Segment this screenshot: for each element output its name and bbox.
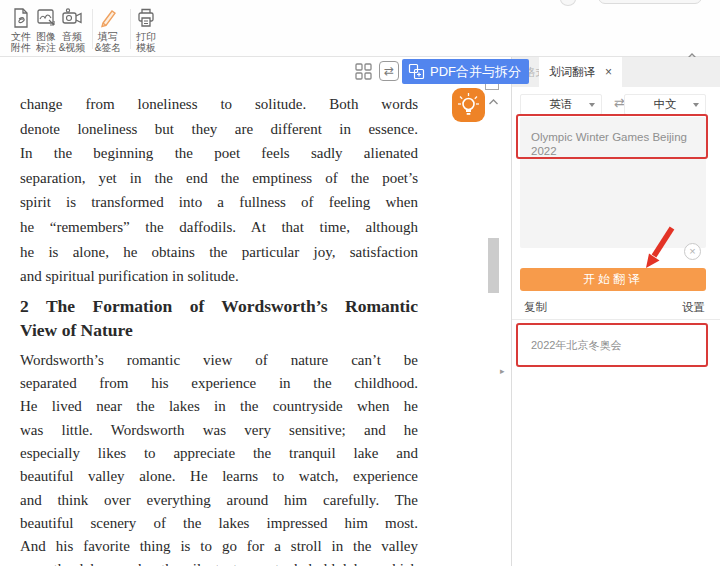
document-text-line: And his favorite thing is to go for a st… <box>20 535 418 558</box>
print-template-icon <box>134 7 158 29</box>
toolbar-item-label: 音频&视频 <box>53 31 91 53</box>
start-translate-button[interactable]: 开始翻译 <box>520 268 706 291</box>
document-text-line: separation, yet in the end the emptiness… <box>20 166 418 191</box>
document-text-line: he is alone, he obtains the particular j… <box>20 240 418 265</box>
language-selector-row: 英语 ⇄ 中文 <box>520 94 706 115</box>
ribbon-collapse-chevron-icon[interactable] <box>685 47 699 56</box>
toolbar-item-print-template[interactable]: 打印模板 <box>127 7 165 53</box>
lightbulb-icon <box>452 88 485 122</box>
tab-close-icon[interactable]: × <box>605 65 612 79</box>
translation-panel: 格式 划词翻译× 英语 ⇄ 中文 Olympic Winter Games Be… <box>511 57 720 566</box>
pdf-page-content: change from loneliness to solitude. Both… <box>20 92 418 566</box>
document-text-line: spirit is transformed into a fullness of… <box>20 190 418 215</box>
target-language-select[interactable]: 中文 <box>624 94 706 115</box>
settings-button[interactable]: 设置 <box>682 300 705 315</box>
document-text-line: separated from his experience in the chi… <box>20 372 418 395</box>
cutoff-control-fragment <box>598 0 702 4</box>
copy-button[interactable]: 复制 <box>524 300 547 315</box>
source-language-select[interactable]: 英语 <box>520 94 602 115</box>
result-divider <box>512 319 720 320</box>
document-text-line: was little. Wordsworth was very sensitiv… <box>20 419 418 442</box>
source-language-value: 英语 <box>550 98 573 110</box>
panel-collapse-arrow-icon[interactable]: ▸ <box>500 366 505 376</box>
document-text-line: In the beginning the poet feels sadly al… <box>20 141 418 166</box>
translation-result-text: 2022年北京冬奥会 <box>520 326 706 364</box>
document-text-line: denote loneliness but they are different… <box>20 117 418 142</box>
panel-tabstrip: 格式 划词翻译× <box>512 57 720 87</box>
document-scrollbar-thumb[interactable] <box>488 238 499 293</box>
ribbon-toolbar: 文件附件 图像标注 音频&视频 <box>0 0 720 57</box>
chevron-down-icon <box>589 103 595 107</box>
pdf-merge-split-button[interactable]: PDF合并与拆分 <box>402 59 529 84</box>
swap-view-icon[interactable]: ⇄ <box>379 61 399 81</box>
source-text-input[interactable]: Olympic Winter Games Beijing 2022 <box>520 117 706 248</box>
merge-split-label: PDF合并与拆分 <box>430 64 521 79</box>
toolbar-item-label: 打印模板 <box>127 31 165 53</box>
document-text-line-clipped: near the lakes or by the silent stream t… <box>20 558 418 566</box>
paragraph-2: Wordsworth’s romantic view of nature can… <box>20 349 418 566</box>
document-text-line: Wordsworth’s romantic view of nature can… <box>20 349 418 372</box>
toolbar-item-fill-sign[interactable]: 填写&签名 <box>89 7 127 53</box>
audio-video-icon <box>60 7 84 29</box>
clear-input-button[interactable]: × <box>684 243 701 260</box>
toolbar-item-label: 填写&签名 <box>89 31 127 53</box>
document-text-line: beautiful valley alone. He learns to wat… <box>20 465 418 488</box>
section-heading: 2 The Formation of Wordsworth’s Romantic… <box>20 294 418 342</box>
merge-split-icon <box>408 63 425 80</box>
toolbar-item-audio-video[interactable]: 音频&视频 <box>53 7 91 53</box>
tab-word-translate[interactable]: 划词翻译× <box>539 57 622 87</box>
fill-sign-icon <box>96 7 120 29</box>
paragraph-1: change from loneliness to solitude. Both… <box>20 92 418 289</box>
document-text-line: beautiful scenery of the lakes impressed… <box>20 512 418 535</box>
cutoff-control-fragment <box>560 0 576 6</box>
document-text-line: especially likes to appreciate the tranq… <box>20 442 418 465</box>
tip-lightbulb-button[interactable] <box>452 88 485 122</box>
chevron-down-icon <box>693 103 699 107</box>
document-text-line: change from loneliness to solitude. Both… <box>20 92 418 117</box>
target-language-value: 中文 <box>654 98 677 110</box>
document-text-line: and spiritual purification in solitude. <box>20 264 418 289</box>
document-text-line: He lived near the lakes in the countrysi… <box>20 395 418 418</box>
scroll-up-arrow-icon[interactable] <box>488 92 499 100</box>
document-text-line: and think over everything around him car… <box>20 489 418 512</box>
thumbnail-grid-icon[interactable] <box>355 63 372 80</box>
document-text-line: he “remembers” the daffodils. At that ti… <box>20 215 418 240</box>
tab-label: 划词翻译 <box>549 66 595 78</box>
